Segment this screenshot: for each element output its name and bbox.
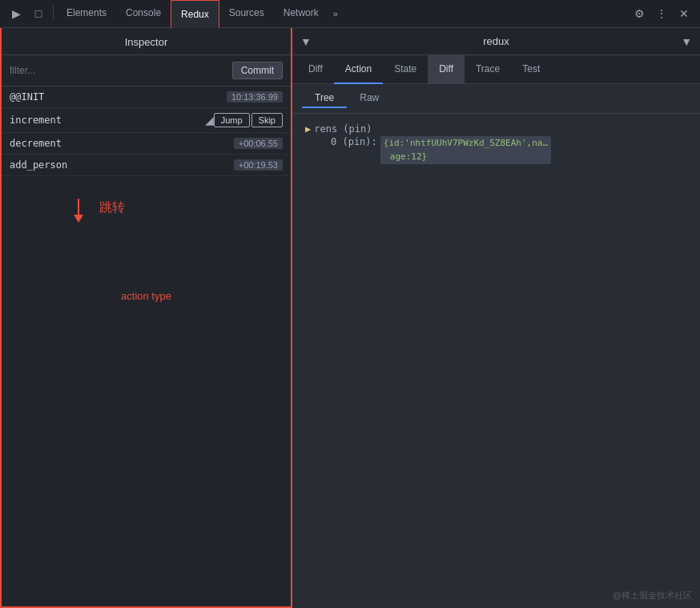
action-time-decrement: +00:06.55: [234, 138, 283, 149]
filter-input[interactable]: [10, 65, 226, 76]
subtab-state[interactable]: State: [383, 55, 428, 84]
tab-overflow-btn[interactable]: »: [328, 9, 343, 18]
tab-network[interactable]: Network: [274, 0, 328, 28]
action-time-init: 10:13:36.99: [227, 91, 283, 103]
redux-header-right: ▼: [681, 35, 692, 48]
settings-icon[interactable]: ⚙: [628, 2, 650, 25]
tree-item-value: {id:'nhtfUUhV7PWzKd_5Z8EAh',na… age:12}: [380, 136, 551, 164]
close-icon[interactable]: ✕: [673, 2, 695, 25]
redux-header: ▼ redux ▼: [292, 28, 700, 55]
tab-sources[interactable]: Sources: [219, 0, 274, 28]
tree-item-index: 0 (pin):: [331, 136, 377, 147]
subtab-test[interactable]: Test: [511, 55, 551, 84]
tab-redux[interactable]: Redux: [171, 0, 219, 28]
action-name-init: @@INIT: [10, 91, 227, 103]
redux-dropdown-right-icon[interactable]: ▼: [681, 35, 692, 48]
commit-button[interactable]: Commit: [232, 62, 283, 79]
redux-subtabs: Diff Action State Diff Trace Test: [292, 55, 700, 84]
cursor-icon: ◢: [205, 114, 214, 127]
tree-root-item: ▶ rens (pin): [305, 123, 687, 135]
devtools-tabbar: ▶ □ Elements Console Redux Sources Netwo…: [0, 0, 700, 28]
action-time-add-person: +00:19.53: [234, 159, 283, 171]
view-tab-raw[interactable]: Raw: [347, 89, 392, 108]
jump-button[interactable]: Jump: [214, 113, 250, 127]
tree-root-key: rens (pin): [314, 123, 372, 135]
action-item-decrement[interactable]: decrement +00:06.55: [2, 133, 291, 155]
subtab-trace[interactable]: Trace: [465, 55, 511, 84]
subtab-diff-right[interactable]: Diff: [428, 55, 465, 84]
subtab-diff-left[interactable]: Diff: [297, 55, 334, 84]
action-name-decrement: decrement: [10, 138, 234, 149]
view-tabs: Tree Raw: [292, 84, 700, 114]
inspector-title: Inspector: [2, 28, 291, 55]
action-name-add-person: add_person: [10, 159, 234, 171]
redux-panel: ▼ redux ▼ Diff Action State Diff: [292, 28, 700, 608]
inspector-panel: Inspector Commit @@INIT 10:13:36.99 incr…: [0, 28, 292, 608]
tab-separator: [53, 6, 54, 22]
action-name-increment: increment: [10, 115, 202, 126]
redux-title: redux: [312, 35, 681, 47]
view-tab-tree[interactable]: Tree: [302, 89, 347, 108]
tree-child-item: 0 (pin): {id:'nhtfUUhV7PWzKd_5Z8EAh',na……: [318, 136, 687, 164]
watermark: @稀土掘金技术社区: [613, 590, 692, 602]
tree-content: ▶ rens (pin) 0 (pin): {id:'nhtfUUhV7PWzK…: [292, 114, 700, 608]
annotation-jump-container: 跳转: [34, 186, 291, 226]
action-item-init[interactable]: @@INIT 10:13:36.99: [2, 87, 291, 108]
annotation-action-type: action type: [2, 290, 291, 302]
tree-expand-icon[interactable]: ▶: [305, 123, 311, 135]
redux-header-left: ▼: [300, 35, 312, 48]
more-options-icon[interactable]: ⋮: [650, 2, 673, 25]
subtab-action[interactable]: Action: [334, 55, 383, 84]
skip-button[interactable]: Skip: [251, 113, 283, 127]
tab-elements[interactable]: Elements: [57, 0, 116, 28]
inspector-filter-row: Commit: [2, 55, 291, 87]
arrow-annotation: [74, 199, 83, 223]
tab-console[interactable]: Console: [116, 0, 171, 28]
inspect-icon[interactable]: □: [27, 2, 50, 25]
action-item-add-person[interactable]: add_person +00:19.53: [2, 155, 291, 176]
annotation-jump-text: 跳转: [99, 199, 125, 216]
action-item-increment[interactable]: increment ◢ Jump Skip: [2, 108, 291, 133]
main-content: Inspector Commit @@INIT 10:13:36.99 incr…: [0, 28, 700, 608]
action-buttons: Jump Skip: [214, 113, 283, 127]
cursor-tool-icon[interactable]: ▶: [5, 2, 27, 25]
dropdown-arrow-icon[interactable]: ▼: [300, 35, 312, 48]
